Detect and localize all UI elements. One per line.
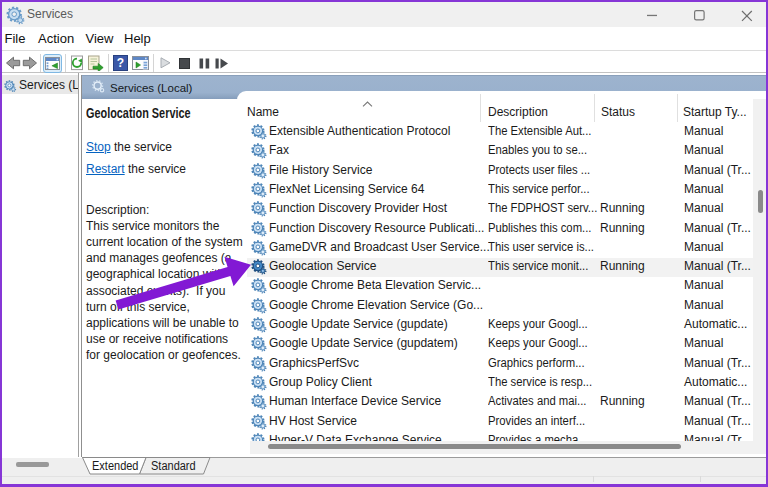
svg-text:?: ? xyxy=(116,56,123,70)
